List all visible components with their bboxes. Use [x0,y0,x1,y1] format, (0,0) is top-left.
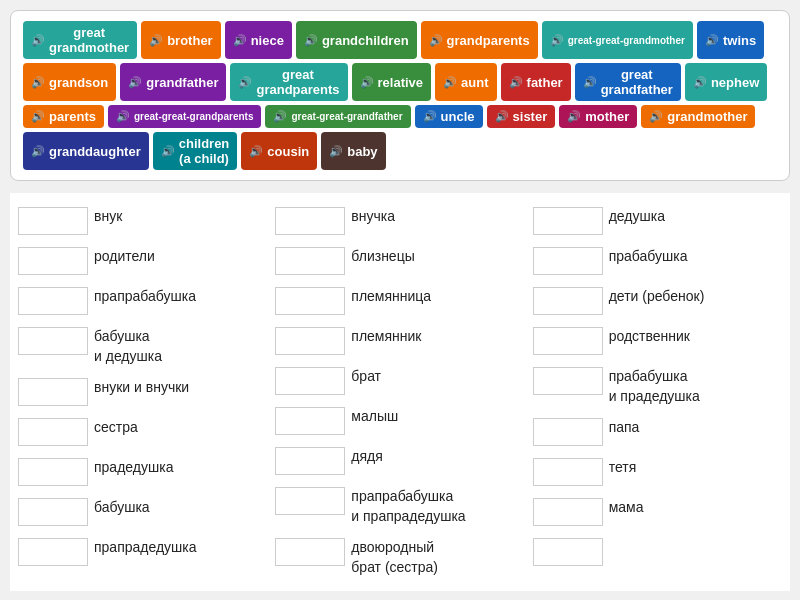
word-chip[interactable]: 🔊great-great-grandparents [108,105,261,128]
answer-box[interactable] [533,498,603,526]
answer-box[interactable] [533,247,603,275]
word-chip[interactable]: 🔊granddaughter [23,132,149,170]
match-row: племянница [271,281,528,321]
answer-box[interactable] [533,418,603,446]
word-chip[interactable]: 🔊grandparents [421,21,538,59]
word-chip[interactable]: 🔊grandchildren [296,21,417,59]
word-chip[interactable]: 🔊great-great-grandmother [542,21,693,59]
speaker-icon: 🔊 [429,34,443,47]
match-row: прапрабабушка [14,281,271,321]
chip-label: great-great-grandfather [291,111,402,122]
word-chip[interactable]: 🔊children (a child) [153,132,238,170]
word-chip[interactable]: 🔊aunt [435,63,496,101]
answer-box[interactable] [533,327,603,355]
speaker-icon: 🔊 [705,34,719,47]
answer-box[interactable] [18,327,88,355]
match-label: дядя [351,447,383,467]
word-chip[interactable]: 🔊baby [321,132,385,170]
speaker-icon: 🔊 [583,76,597,89]
answer-box[interactable] [275,247,345,275]
chip-label: grandparents [447,33,530,48]
word-chip[interactable]: 🔊grandmother [641,105,755,128]
answer-box[interactable] [275,367,345,395]
match-label: дети (ребенок) [609,287,705,307]
match-row: малыш [271,401,528,441]
speaker-icon: 🔊 [233,34,247,47]
answer-box[interactable] [275,287,345,315]
word-chip[interactable]: 🔊grandfather [120,63,226,101]
chip-label: aunt [461,75,488,90]
word-chip[interactable]: 🔊cousin [241,132,317,170]
answer-box[interactable] [533,287,603,315]
chip-label: granddaughter [49,144,141,159]
match-label: прабабушка и прадедушка [609,367,700,406]
chip-label: grandmother [667,109,747,124]
word-chip[interactable]: 🔊relative [352,63,432,101]
word-chip[interactable]: 🔊nephew [685,63,767,101]
word-chip[interactable]: 🔊parents [23,105,104,128]
match-row: мама [529,492,786,532]
answer-box[interactable] [275,447,345,475]
answer-box[interactable] [18,458,88,486]
word-chip[interactable]: 🔊twins [697,21,764,59]
answer-box[interactable] [533,367,603,395]
speaker-icon: 🔊 [249,145,263,158]
speaker-icon: 🔊 [273,110,287,123]
chip-label: great-great-grandmother [568,35,685,46]
answer-box[interactable] [533,207,603,235]
word-chip[interactable]: 🔊great grandparents [230,63,347,101]
speaker-icon: 🔊 [443,76,457,89]
match-label: прабабушка [609,247,688,267]
match-label: родители [94,247,155,267]
match-row: прабабушка и прадедушка [529,361,786,412]
match-row: сестра [14,412,271,452]
speaker-icon: 🔊 [128,76,142,89]
answer-box[interactable] [275,407,345,435]
match-row: прапрабабушка и прапрадедушка [271,481,528,532]
match-row: папа [529,412,786,452]
word-chip[interactable]: 🔊father [501,63,571,101]
chip-label: grandfather [146,75,218,90]
match-label: родственник [609,327,690,347]
answer-box[interactable] [275,207,345,235]
match-label: дедушка [609,207,665,227]
chip-label: father [527,75,563,90]
word-chip[interactable]: 🔊great-great-grandfather [265,105,410,128]
answer-box[interactable] [275,538,345,566]
word-chip[interactable]: 🔊sister [487,105,556,128]
answer-box[interactable] [18,247,88,275]
answer-box[interactable] [18,538,88,566]
word-chip[interactable]: 🔊niece [225,21,292,59]
answer-box[interactable] [275,487,345,515]
chip-label: parents [49,109,96,124]
word-chip[interactable]: 🔊great grandfather [575,63,681,101]
chip-label: cousin [267,144,309,159]
word-chip[interactable]: 🔊brother [141,21,221,59]
match-row: внуки и внучки [14,372,271,412]
match-label: мама [609,498,644,518]
match-row: прабабушка [529,241,786,281]
word-chip[interactable]: 🔊great grandmother [23,21,137,59]
word-chip[interactable]: 🔊uncle [415,105,483,128]
page: 🔊great grandmother🔊brother🔊niece🔊grandch… [0,0,800,600]
answer-box[interactable] [18,378,88,406]
answer-box[interactable] [533,538,603,566]
answer-box[interactable] [18,498,88,526]
word-chip[interactable]: 🔊mother [559,105,637,128]
match-row: дедушка [529,201,786,241]
answer-box[interactable] [275,327,345,355]
word-chip[interactable]: 🔊grandson [23,63,116,101]
chip-label: brother [167,33,213,48]
answer-box[interactable] [18,418,88,446]
answer-box[interactable] [18,287,88,315]
answer-box[interactable] [18,207,88,235]
word-chips-container: 🔊great grandmother🔊brother🔊niece🔊grandch… [10,10,790,181]
speaker-icon: 🔊 [567,110,581,123]
match-label: бабушка и дедушка [94,327,162,366]
chip-label: great grandparents [256,67,339,97]
speaker-icon: 🔊 [161,145,175,158]
chip-label: uncle [441,109,475,124]
match-row: дети (ребенок) [529,281,786,321]
answer-box[interactable] [533,458,603,486]
match-label: внучка [351,207,395,227]
